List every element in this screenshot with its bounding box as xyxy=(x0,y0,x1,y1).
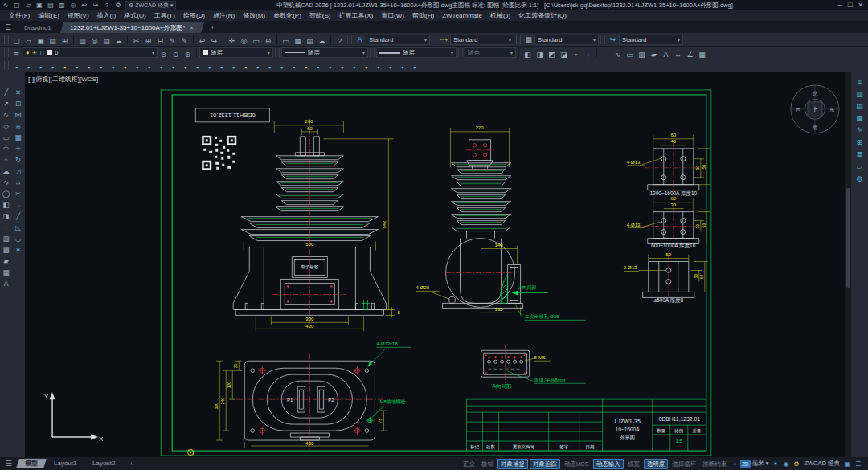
ungroup-icon[interactable]: ▫ xyxy=(570,49,582,59)
status-toggle[interactable]: 对象追踪 xyxy=(530,459,560,469)
shaft-design-icon[interactable]: ▪ xyxy=(131,62,143,72)
help-icon[interactable]: ? xyxy=(334,36,346,47)
move-icon[interactable]: ✛ xyxy=(13,143,24,154)
render-panel-icon[interactable]: ◍ xyxy=(854,172,866,184)
save-icon[interactable]: ▣ xyxy=(34,1,45,10)
sheet-set-icon[interactable]: ☁ xyxy=(316,36,328,47)
print-icon[interactable]: ▥ xyxy=(76,36,88,47)
ellipse-icon[interactable]: ◯ xyxy=(1,188,12,199)
hatch-line-icon[interactable]: ▨ xyxy=(636,49,648,59)
status-toggle[interactable]: 对象捕捉 xyxy=(497,459,528,469)
dim-style-combo[interactable]: Standard▾ xyxy=(450,35,514,45)
isolate-objects-icon[interactable]: ◐ xyxy=(730,460,740,468)
menu-item[interactable]: 视图(V) xyxy=(63,11,93,20)
construction-line-icon[interactable]: — xyxy=(600,49,612,59)
circle-icon[interactable]: ○ xyxy=(1,154,12,166)
vertical-scrollbar[interactable] xyxy=(845,72,851,457)
ray-icon[interactable]: ↗ xyxy=(1,98,12,109)
minimize-button[interactable]: ─ xyxy=(837,2,842,9)
bom-table-icon[interactable]: ▪ xyxy=(312,62,324,72)
gear-design-icon[interactable]: ▪ xyxy=(143,62,155,72)
close-button[interactable]: ✕ xyxy=(858,2,863,9)
scale-icon[interactable]: ◿ xyxy=(13,166,24,177)
graphics-performance-icon[interactable]: ✶ xyxy=(770,460,780,468)
publish-icon[interactable]: ☁ xyxy=(113,36,125,47)
open-file-icon[interactable]: ▱ xyxy=(23,1,34,10)
polygon-icon[interactable]: ◇ xyxy=(1,121,12,132)
hatch-icon[interactable]: ▨ xyxy=(1,233,12,244)
table-icon[interactable]: ▦ xyxy=(1,267,12,278)
line-icon[interactable]: ╱ xyxy=(1,87,12,98)
plot-icon[interactable]: ▤ xyxy=(100,36,113,47)
save-as-icon[interactable]: ▤ xyxy=(45,1,56,10)
make-block-icon[interactable]: ◨ xyxy=(534,49,546,59)
rotate-icon[interactable]: ↻ xyxy=(13,154,24,166)
compass-up[interactable]: 上 xyxy=(811,106,818,113)
undo-icon[interactable]: ↩ xyxy=(79,1,90,10)
menu-item[interactable]: 标注(N) xyxy=(209,11,239,20)
symmetry-icon[interactable]: ▪ xyxy=(324,62,336,72)
offset-icon[interactable]: ≋ xyxy=(13,121,24,132)
layer-properties-icon[interactable]: ≣ xyxy=(10,47,23,58)
maximize-button[interactable]: ☐ xyxy=(847,2,853,9)
layer-panel-icon[interactable]: ≣ xyxy=(854,148,866,160)
zoom-realtime-icon[interactable]: ◎ xyxy=(238,36,250,47)
arc-icon[interactable]: ◠ xyxy=(1,143,12,154)
close-tab-icon[interactable]: ✕ xyxy=(189,25,194,31)
markup-icon[interactable]: ✎ xyxy=(854,124,866,136)
cut-icon[interactable]: ✂ xyxy=(130,36,142,47)
zw-logo-icon[interactable]: ∿ xyxy=(0,1,11,10)
zoom-scale-icon[interactable]: ⊕ xyxy=(262,36,274,47)
table-style-combo[interactable]: Standard▾ xyxy=(534,35,599,45)
make-block-icon[interactable]: ◨ xyxy=(1,210,12,222)
center-hole-icon[interactable]: ▪ xyxy=(107,62,119,72)
smart-dim-icon[interactable]: ▪ xyxy=(372,62,384,72)
extend-icon[interactable]: → xyxy=(13,199,24,210)
spring-design-icon[interactable]: ▪ xyxy=(155,62,167,72)
stretch-icon[interactable]: ↔ xyxy=(13,177,24,188)
rectangle-icon[interactable]: ▭ xyxy=(1,132,12,143)
mtext-icon[interactable]: A xyxy=(1,278,12,289)
status-toggle[interactable]: 动态输入 xyxy=(593,459,624,469)
menu-item[interactable]: 修改(M) xyxy=(239,11,269,20)
redo-icon[interactable]: ↪ xyxy=(208,36,220,47)
mirror-icon[interactable]: ⋈ xyxy=(13,109,24,121)
status-toggle[interactable]: 动态UCS xyxy=(562,460,592,468)
explode-icon[interactable]: ✶ xyxy=(13,244,24,255)
detail-view-icon[interactable]: ▪ xyxy=(276,62,288,72)
scrollbar-thumb[interactable] xyxy=(846,188,850,288)
save-as-icon[interactable]: ▤ xyxy=(47,36,59,47)
pan-icon[interactable]: ✛ xyxy=(226,36,238,47)
menu-item[interactable]: 文件(F) xyxy=(5,11,34,20)
datum-icon[interactable]: ▪ xyxy=(83,62,95,72)
menu-item[interactable]: 扩展工具(X) xyxy=(334,11,377,20)
insert-block-icon[interactable]: ◧ xyxy=(1,199,12,210)
tab-menu-icon[interactable]: ☰ xyxy=(0,23,16,31)
workspace-switcher[interactable]: ⚙ ZWCAD 经典 ▾ xyxy=(125,1,176,10)
key-design-icon[interactable]: ▪ xyxy=(240,62,252,72)
copy-icon[interactable]: ⊞ xyxy=(13,98,24,109)
named-views-icon[interactable]: ▤ xyxy=(304,36,316,47)
bearing-icon[interactable]: ▪ xyxy=(167,62,179,72)
surface-finish-icon[interactable]: ▪ xyxy=(59,62,71,72)
new-tab-button[interactable]: ＋ xyxy=(204,22,220,31)
layer-combo[interactable]: ● ☀ ⊓ 0▾ xyxy=(23,47,158,58)
copy-clip-icon[interactable]: ⊞ xyxy=(142,36,154,47)
unit-selector[interactable]: 毫米 ▾ xyxy=(751,460,771,468)
hole-chart-icon[interactable]: ▪ xyxy=(300,62,312,72)
lineweight-combo[interactable]: 随层▾ xyxy=(376,47,457,58)
drawing-canvas[interactable]: [-][俯视][二维线框][WCS] 0DBH11.1232.01 xyxy=(25,72,851,457)
compass-west[interactable]: 西 xyxy=(795,107,800,113)
break-view-icon[interactable]: ▪ xyxy=(288,62,300,72)
erase-icon[interactable]: ✕ xyxy=(13,87,24,98)
annotation-badge[interactable]: 2D xyxy=(740,460,750,468)
construction-icon[interactable]: ▪ xyxy=(252,62,264,72)
text-style-combo[interactable]: Standard▾ xyxy=(366,35,430,45)
pin-icon[interactable]: ▪ xyxy=(227,62,240,72)
menu-item[interactable]: 编辑(E) xyxy=(34,11,63,20)
clean-screen-icon[interactable]: ▣ xyxy=(842,460,853,468)
menu-item[interactable]: 格式(O) xyxy=(120,11,150,20)
dim-linear-icon[interactable]: ↔ xyxy=(672,49,684,59)
menu-item[interactable]: 绘图(D) xyxy=(179,11,209,20)
status-toggle[interactable]: 线宽 xyxy=(625,460,642,468)
